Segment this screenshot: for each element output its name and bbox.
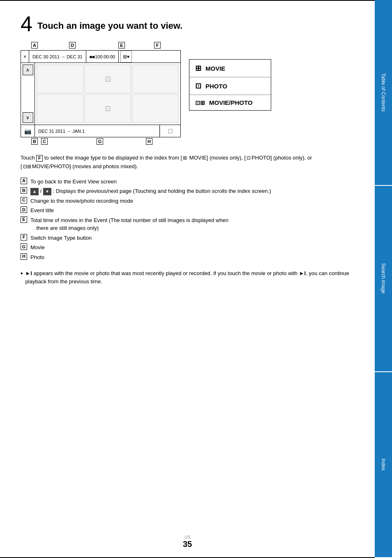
list-item-C: C Change to the movie/photo recording mo… [21,197,358,205]
photo-icon-inline: ⊡ [247,155,251,161]
list-item-E: E Total time of movies in the Event (The… [21,216,358,232]
close-button[interactable]: × [21,51,29,63]
note: • ►I appears with the movie or photo tha… [21,269,358,285]
index-screen-container: A D E F × DEC 30 2011 → DEC 31 ■■100:00:… [21,42,181,146]
list-item-G: G Movie [21,243,358,252]
bottom-photo-icon: ⊡ [160,125,180,137]
label-E: E [118,42,125,49]
bottom-date: DEC 31 2011 → JAN 1 [35,125,160,137]
grid-cell [132,94,179,123]
movie-photo-icon: ⊡⊞ [195,100,205,106]
index-middle: ∧ ∨ ⊡ ⊡ [21,63,180,125]
index-label: Index [380,458,386,470]
movie-icon-inline: ⊞ [183,155,187,161]
item-text-D: Event title [30,206,54,215]
step-number: 4 [21,13,32,35]
down-nav-btn: ▼ [43,188,51,195]
item-text-G: Movie [30,243,45,252]
type-panel: ⊞ MOVIE ⊡ PHOTO ⊡⊞ MOVIE/PHOTO [189,59,271,111]
top-label-row: A D E F [21,42,181,50]
grid-cell: ⊡ [84,94,131,123]
item-text-B: ▲ / ▼ : Displays the previous/next page … [30,187,271,195]
list-item-F: F Switch Image Type button [21,234,358,242]
item-key-F: F [21,234,27,241]
sidebar-tab-index[interactable]: Index [375,372,392,558]
bottom-label-row: B C G H [21,138,181,146]
step-title: Touch an image you want to view. [37,13,182,31]
toc-label: Table of Contents [380,73,386,111]
grid-cell [37,94,83,123]
list-item-D: D Event title [21,206,358,215]
grid-cell [132,65,179,93]
label-A: A [31,42,38,49]
step-header: 4 Touch an image you want to view. [21,13,358,35]
index-top-bar: × DEC 30 2011 → DEC 31 ■■100:00:00 ⊞▾ [21,51,180,63]
page-footer: US 35 [183,535,192,549]
time-display: ■■100:00:00 [86,51,119,63]
ref-F: F [36,155,43,162]
grid-cell [37,65,83,93]
item-key-A: A [21,178,27,184]
photo-icon: ⊡ [195,81,201,90]
label-G: G [97,138,103,145]
label-C: C [41,138,48,145]
item-text-H: Photo [30,253,44,262]
list-item-B: B ▲ / ▼ : Displays the previous/next pag… [21,187,358,195]
item-key-D: D [21,206,27,213]
list-item-A: A To go back to the Event View screen [21,178,358,186]
grid-cell: ⊡ [84,65,131,93]
movie-icon: ⊞ [195,64,201,73]
item-text-C: Change to the movie/photo recording mode [30,197,133,205]
item-key-B: B [21,187,27,194]
description-text: Touch F to select the image type to be d… [21,154,358,171]
item-key-E: E [21,216,27,223]
type-switch-button[interactable]: ⊞▾ [120,51,132,63]
up-nav-btn: ▲ [30,188,39,195]
items-list: A To go back to the Event View screen B … [21,178,358,262]
page-region: US [183,535,192,539]
note-bullet: • [21,269,23,278]
photo-thumbnail-icon: ⊡ [105,74,111,83]
label-H: H [146,138,152,145]
index-nav: ∧ ∨ [21,63,35,125]
label-B: B [31,138,38,145]
sidebar-tab-toc[interactable]: Table of Contents [375,0,392,186]
diagram-wrapper: A D E F × DEC 30 2011 → DEC 31 ■■100:00:… [21,42,358,146]
date-range: DEC 30 2011 → DEC 31 [29,51,86,63]
item-key-C: C [21,197,27,204]
item-text-F: Switch Image Type button [30,234,92,242]
camera-button[interactable]: 📷 [21,125,35,137]
label-F: F [154,42,161,49]
search-label: Search image [380,263,386,294]
movie-photo-label: MOVIE/PHOTO [209,99,253,106]
nav-down-button[interactable]: ∨ [23,112,33,123]
photo-label: PHOTO [205,83,227,90]
movie-photo-icon-inline: ⊡⊞ [23,164,31,169]
index-screen: × DEC 30 2011 → DEC 31 ■■100:00:00 ⊞▾ ∧ … [21,50,181,137]
page-number: 35 [183,539,192,549]
photo-thumbnail-icon: ⊡ [105,104,111,113]
item-text-A: To go back to the Event View screen [30,178,117,186]
type-panel-container: ⊞ MOVIE ⊡ PHOTO ⊡⊞ MOVIE/PHOTO [189,51,271,146]
sidebar-tab-search[interactable]: Search image [375,186,392,372]
index-bottom-bar: 📷 DEC 31 2011 → JAN 1 ⊡ [21,125,180,137]
note-text: ►I appears with the movie or photo that … [25,269,358,285]
item-key-G: G [21,243,27,250]
type-option-movie[interactable]: ⊞ MOVIE [189,60,271,77]
list-item-H: H Photo [21,253,358,262]
movie-label: MOVIE [205,65,225,72]
item-text-E: Total time of movies in the Event (The t… [30,216,228,232]
item-key-H: H [21,253,27,260]
main-content: 4 Touch an image you want to view. A D E… [0,0,375,558]
type-option-movie-photo[interactable]: ⊡⊞ MOVIE/PHOTO [189,95,271,110]
label-D: D [69,42,76,49]
right-sidebar: Table of Contents Search image Index [375,0,392,558]
nav-up-button[interactable]: ∧ [23,65,33,75]
index-grid: ⊡ ⊡ [35,63,180,125]
type-option-photo[interactable]: ⊡ PHOTO [189,77,271,95]
